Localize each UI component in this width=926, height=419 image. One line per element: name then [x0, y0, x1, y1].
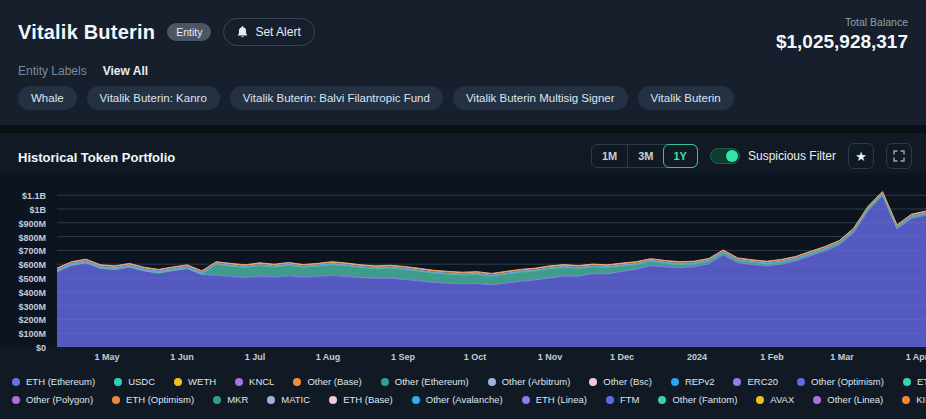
- range-button-1m[interactable]: 1M: [592, 145, 627, 167]
- range-button-3m[interactable]: 3M: [627, 145, 663, 167]
- legend-item[interactable]: USDC: [114, 376, 155, 387]
- legend-label: Other (Optimism): [811, 376, 884, 387]
- entity-tag-pill[interactable]: Vitalik Buterin: Balvi Filantropic Fund: [230, 86, 443, 110]
- legend-label: FTM: [620, 394, 640, 405]
- chart-controls: 1M3M1Y Suspicious Filter ★: [591, 142, 912, 170]
- suspicious-filter-toggle[interactable]: [710, 148, 740, 164]
- x-tick-label: 1 Feb: [760, 352, 784, 362]
- legend-item[interactable]: Other (Avalanche): [412, 394, 503, 405]
- legend-item[interactable]: WETH: [174, 376, 216, 387]
- legend-dot-icon: [12, 396, 20, 404]
- legend-item[interactable]: REPv2: [671, 376, 715, 387]
- legend-item[interactable]: Other (Optimism): [797, 376, 884, 387]
- legend-item[interactable]: Other (Bsc): [589, 376, 652, 387]
- legend-row: ETH (Ethereum)USDCWETHKNCLOther (Base)Ot…: [12, 376, 926, 387]
- entity-tag-pill[interactable]: Whale: [18, 86, 77, 110]
- legend-dot-icon: [813, 396, 821, 404]
- y-axis: $1.1B$1B$900M$800M$700M$600M$500M$400M$3…: [0, 178, 50, 347]
- legend-dot-icon: [412, 396, 420, 404]
- legend-item[interactable]: Other (Polygon): [12, 394, 93, 405]
- x-tick-label: 1 Apr: [906, 352, 926, 362]
- legend-item[interactable]: Other (Base): [293, 376, 361, 387]
- legend-dot-icon: [114, 378, 122, 386]
- legend-label: KNCL: [249, 376, 274, 387]
- set-alert-label: Set Alert: [255, 25, 300, 39]
- x-tick-label: 1 Sep: [391, 352, 415, 362]
- legend-item[interactable]: Other (Linea): [813, 394, 883, 405]
- legend-item[interactable]: ETH (Arbitrum): [903, 376, 926, 387]
- legend-dot-icon: [797, 378, 805, 386]
- x-axis: 1 May1 Jun1 Jul1 Aug1 Sep1 Oct1 Nov1 Dec…: [57, 352, 926, 364]
- legend-item[interactable]: FTM: [606, 394, 640, 405]
- legend-label: ERC20: [747, 376, 778, 387]
- legend-item[interactable]: KIBSHI: [902, 394, 926, 405]
- y-tick-label: $100M: [18, 329, 46, 339]
- portfolio-page: Vitalik Buterin Entity Set Alert Total B…: [0, 0, 926, 419]
- legend-item[interactable]: Other (Fantom): [658, 394, 737, 405]
- entity-tags: WhaleVitalik Buterin: KanroVitalik Buter…: [18, 86, 734, 110]
- legend-label: AVAX: [770, 394, 794, 405]
- legend-label: Other (Polygon): [26, 394, 93, 405]
- x-tick-label: 1 Aug: [316, 352, 341, 362]
- entity-labels-title: Entity Labels: [18, 64, 87, 78]
- legend-label: ETH (Linea): [536, 394, 587, 405]
- legend-dot-icon: [733, 378, 741, 386]
- legend-dot-icon: [522, 396, 530, 404]
- portfolio-area-chart[interactable]: [57, 178, 926, 347]
- legend-dot-icon: [329, 396, 337, 404]
- entity-header-card: Vitalik Buterin Entity Set Alert Total B…: [0, 0, 926, 125]
- x-tick-label: 1 Dec: [610, 352, 634, 362]
- legend-item[interactable]: ETH (Ethereum): [12, 376, 95, 387]
- y-tick-label: $300M: [18, 302, 46, 312]
- legend-label: USDC: [128, 376, 155, 387]
- legend-dot-icon: [658, 396, 666, 404]
- toggle-knob-icon: [726, 150, 738, 162]
- legend-dot-icon: [671, 378, 679, 386]
- legend-item[interactable]: ETH (Base): [329, 394, 393, 405]
- legend-label: Other (Linea): [827, 394, 883, 405]
- entity-tag-pill[interactable]: Vitalik Buterin Multisig Signer: [453, 86, 628, 110]
- legend-item[interactable]: ERC20: [733, 376, 778, 387]
- chart-legend: ETH (Ethereum)USDCWETHKNCLOther (Base)Ot…: [12, 376, 926, 412]
- legend-dot-icon: [606, 396, 614, 404]
- legend-label: MKR: [227, 394, 248, 405]
- legend-row: Other (Polygon)ETH (Optimism)MKRMATICETH…: [12, 394, 926, 405]
- legend-item[interactable]: MKR: [213, 394, 248, 405]
- legend-item[interactable]: Other (Arbitrum): [488, 376, 571, 387]
- legend-dot-icon: [756, 396, 764, 404]
- x-tick-label: 1 Nov: [538, 352, 563, 362]
- legend-item[interactable]: AVAX: [756, 394, 794, 405]
- legend-dot-icon: [235, 378, 243, 386]
- legend-dot-icon: [903, 378, 911, 386]
- y-tick-label: $200M: [18, 315, 46, 325]
- chart-title: Historical Token Portfolio: [18, 150, 175, 165]
- legend-label: REPv2: [685, 376, 715, 387]
- legend-dot-icon: [902, 396, 910, 404]
- title-row: Vitalik Buterin Entity Set Alert: [18, 18, 315, 46]
- legend-item[interactable]: KNCL: [235, 376, 274, 387]
- legend-label: ETH (Base): [343, 394, 393, 405]
- fullscreen-button[interactable]: [886, 143, 912, 169]
- legend-label: ETH (Optimism): [126, 394, 194, 405]
- legend-label: WETH: [188, 376, 216, 387]
- suspicious-filter-label: Suspicious Filter: [748, 149, 836, 163]
- legend-item[interactable]: ETH (Optimism): [112, 394, 194, 405]
- legend-label: Other (Arbitrum): [502, 376, 571, 387]
- total-balance-value: $1,025,928,317: [776, 31, 908, 53]
- legend-label: Other (Fantom): [672, 394, 737, 405]
- legend-item[interactable]: Other (Ethereum): [381, 376, 469, 387]
- entity-tag-pill[interactable]: Vitalik Buterin: Kanro: [87, 86, 220, 110]
- legend-item[interactable]: MATIC: [267, 394, 310, 405]
- entity-tag-pill[interactable]: Vitalik Buterin: [638, 86, 734, 110]
- legend-label: ETH (Ethereum): [26, 376, 95, 387]
- favorite-button[interactable]: ★: [848, 143, 874, 169]
- y-tick-label: $700M: [18, 246, 46, 256]
- y-tick-label: $500M: [18, 274, 46, 284]
- set-alert-button[interactable]: Set Alert: [223, 18, 314, 46]
- x-tick-label: 2024: [687, 352, 707, 362]
- range-button-1y[interactable]: 1Y: [663, 144, 698, 168]
- legend-label: ETH (Arbitrum): [917, 376, 926, 387]
- legend-item[interactable]: ETH (Linea): [522, 394, 587, 405]
- view-all-link[interactable]: View All: [103, 64, 148, 78]
- legend-dot-icon: [381, 378, 389, 386]
